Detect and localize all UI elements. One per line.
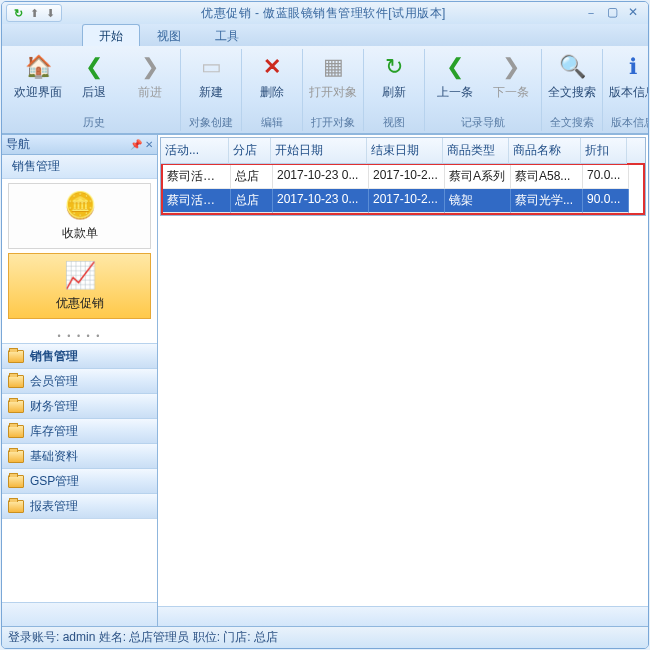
status-bar: 登录账号: admin 姓名: 总店管理员 职位: 门店: 总店 [2,626,648,648]
col-branch[interactable]: 分店 [229,138,271,164]
folder-icon [8,350,24,363]
nav-close-icon[interactable]: ✕ [145,139,153,150]
prev-icon: ❮ [439,51,471,83]
tab-view[interactable]: 视图 [140,24,198,46]
col-activity[interactable]: 活动... [161,138,229,164]
quick-access-toolbar: ↻ ⬆ ⬇ [6,4,62,22]
chart-icon: 📈 [64,260,96,291]
group-view-title: 视图 [383,114,405,131]
stackbar-basic[interactable]: 基础资料 [2,443,157,468]
folder-icon [8,475,24,488]
group-search: 🔍 全文搜索 全文搜索 [542,49,603,131]
group-history-title: 历史 [83,114,105,131]
group-version: ℹ 版本信息 版本信息 [603,49,649,131]
info-icon: ℹ [617,51,649,83]
status-text: 登录账号: admin 姓名: 总店管理员 职位: 门店: 总店 [8,629,278,646]
folder-icon [8,375,24,388]
delete-icon: ✕ [256,51,288,83]
refresh-icon[interactable]: ↻ [11,6,25,20]
navigation-panel: 导航 📌 ✕ 销售管理 🪙 收款单 📈 优惠促销 • • • • • [2,135,158,626]
group-edit: ✕ 删除 编辑 [242,49,303,131]
arrow-down-icon[interactable]: ⬇ [43,6,57,20]
search-icon: 🔍 [556,51,588,83]
folder-icon [8,400,24,413]
tab-tools[interactable]: 工具 [198,24,256,46]
title-bar: ↻ ⬆ ⬇ 优惠促销 - 傲蓝眼镜销售管理软件[试用版本] － ▢ ✕ [2,2,648,24]
prev-record-button[interactable]: ❮ 上一条 [431,51,479,99]
nav-item-label: 收款单 [62,225,98,242]
group-open-title: 打开对象 [311,114,355,131]
open-object-icon: ▦ [317,51,349,83]
grid-status-strip [158,606,648,626]
stackbar-gsp[interactable]: GSP管理 [2,468,157,493]
fulltext-search-button[interactable]: 🔍 全文搜索 [548,51,596,99]
highlight-box: 蔡司活动日 总店 2017-10-23 0... 2017-10-2... 蔡司… [161,163,645,215]
nav-stackbars: 销售管理 会员管理 财务管理 库存管理 基础资料 GSP管理 报表管理 [2,343,157,518]
promotion-grid[interactable]: 活动... 分店 开始日期 结束日期 商品类型 商品名称 折扣 蔡司活动日 总店… [160,137,646,216]
group-create: ▭ 新建 对象创建 [181,49,242,131]
pin-icon[interactable]: 📌 [130,139,142,150]
nav-item-label: 优惠促销 [56,295,104,312]
refresh-button[interactable]: ↻ 刷新 [370,51,418,99]
group-create-title: 对象创建 [189,114,233,131]
folder-icon [8,450,24,463]
nav-header-title: 导航 [6,136,30,153]
maximize-button[interactable]: ▢ [607,5,618,22]
stackbar-report[interactable]: 报表管理 [2,493,157,518]
tab-start[interactable]: 开始 [82,24,140,46]
close-button[interactable]: ✕ [628,5,638,22]
grid-row-selected[interactable]: 蔡司活动日 总店 2017-10-23 0... 2017-10-2... 镜架… [163,189,643,213]
nav-subheader[interactable]: 销售管理 [2,155,157,179]
nav-item-receipt[interactable]: 🪙 收款单 [8,183,151,249]
back-button[interactable]: ❮ 后退 [70,51,118,99]
next-icon: ❯ [495,51,527,83]
home-icon: 🏠 [22,51,54,83]
stackbar-finance[interactable]: 财务管理 [2,393,157,418]
grid-area: 活动... 分店 开始日期 结束日期 商品类型 商品名称 折扣 蔡司活动日 总店… [158,135,648,626]
coin-icon: 🪙 [64,190,96,221]
col-prodtype[interactable]: 商品类型 [443,138,509,164]
refresh-icon-big: ↻ [378,51,410,83]
col-startdate[interactable]: 开始日期 [271,138,367,164]
next-record-button[interactable]: ❯ 下一条 [487,51,535,99]
stackbar-sales[interactable]: 销售管理 [2,343,157,368]
nav-item-promotion[interactable]: 📈 优惠促销 [8,253,151,319]
layout-selector[interactable]: ▾ [6,26,50,44]
nav-header: 导航 📌 ✕ [2,135,157,155]
arrow-up-icon[interactable]: ⬆ [27,6,41,20]
back-icon: ❮ [78,51,110,83]
stackbar-member[interactable]: 会员管理 [2,368,157,393]
folder-icon [8,500,24,513]
open-object-button[interactable]: ▦ 打开对象 [309,51,357,99]
grid-row[interactable]: 蔡司活动日 总店 2017-10-23 0... 2017-10-2... 蔡司… [163,165,643,189]
grid-header[interactable]: 活动... 分店 开始日期 结束日期 商品类型 商品名称 折扣 [161,138,645,164]
group-version-title: 版本信息 [611,114,649,131]
col-prodname[interactable]: 商品名称 [509,138,581,164]
group-history: 🏠 欢迎界面 ❮ 后退 ❯ 前进 历史 [8,49,181,131]
delete-button[interactable]: ✕ 删除 [248,51,296,99]
new-icon: ▭ [195,51,227,83]
forward-button[interactable]: ❯ 前进 [126,51,174,99]
main-area: 导航 📌 ✕ 销售管理 🪙 收款单 📈 优惠促销 • • • • • [2,134,648,626]
window-title: 优惠促销 - 傲蓝眼镜销售管理软件[试用版本] [62,5,585,22]
group-view: ↻ 刷新 视图 [364,49,425,131]
group-edit-title: 编辑 [261,114,283,131]
minimize-button[interactable]: － [585,5,597,22]
group-search-title: 全文搜索 [550,114,594,131]
new-button[interactable]: ▭ 新建 [187,51,235,99]
col-discount[interactable]: 折扣 [581,138,627,164]
nav-items-overflow[interactable]: • • • • • [2,329,157,343]
stackbar-stock[interactable]: 库存管理 [2,418,157,443]
forward-icon: ❯ [134,51,166,83]
version-info-button[interactable]: ℹ 版本信息 [609,51,649,99]
group-recordnav-title: 记录导航 [461,114,505,131]
welcome-button[interactable]: 🏠 欢迎界面 [14,51,62,99]
nav-items: 🪙 收款单 📈 优惠促销 [2,179,157,329]
app-window: ↻ ⬆ ⬇ 优惠促销 - 傲蓝眼镜销售管理软件[试用版本] － ▢ ✕ ▾ 开始… [1,1,649,649]
ribbon: 🏠 欢迎界面 ❮ 后退 ❯ 前进 历史 ▭ 新建 [2,46,648,134]
group-recordnav: ❮ 上一条 ❯ 下一条 记录导航 [425,49,542,131]
nav-bottom-strip [2,602,157,626]
folder-icon [8,425,24,438]
group-open: ▦ 打开对象 打开对象 [303,49,364,131]
col-enddate[interactable]: 结束日期 [367,138,443,164]
